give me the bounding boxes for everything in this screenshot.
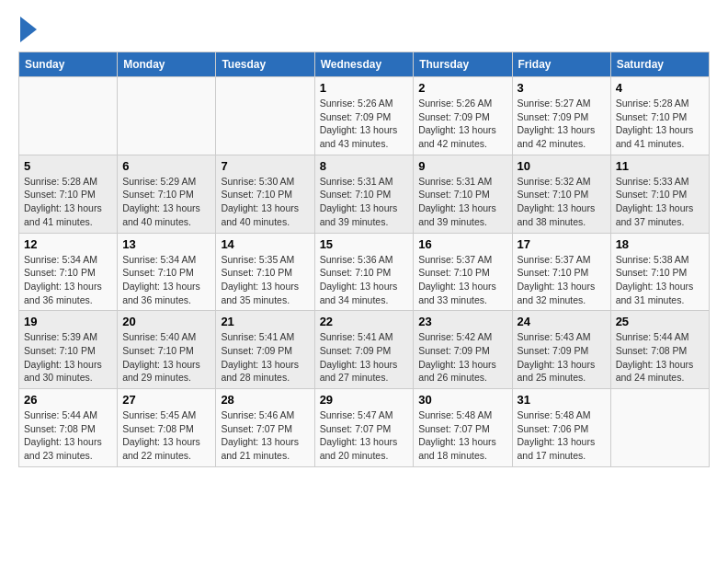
- calendar-day-cell: [610, 389, 709, 467]
- day-number: 16: [418, 237, 506, 251]
- day-info-text: Sunrise: 5:44 AM Sunset: 7:08 PM Dayligh…: [616, 330, 704, 385]
- day-number: 17: [518, 237, 606, 251]
- day-info-text: Sunrise: 5:45 AM Sunset: 7:08 PM Dayligh…: [122, 408, 210, 463]
- day-info-text: Sunrise: 5:47 AM Sunset: 7:07 PM Dayligh…: [320, 408, 409, 463]
- calendar-day-cell: 4Sunrise: 5:28 AM Sunset: 7:10 PM Daylig…: [610, 77, 709, 155]
- day-info-text: Sunrise: 5:28 AM Sunset: 7:10 PM Dayligh…: [616, 97, 704, 151]
- calendar-day-cell: 11Sunrise: 5:33 AM Sunset: 7:10 PM Dayli…: [610, 155, 709, 233]
- day-number: 27: [122, 393, 210, 407]
- day-number: 11: [616, 159, 704, 173]
- day-info-text: Sunrise: 5:29 AM Sunset: 7:10 PM Dayligh…: [122, 175, 210, 229]
- day-info-text: Sunrise: 5:33 AM Sunset: 7:10 PM Dayligh…: [616, 175, 704, 229]
- day-number: 12: [24, 237, 112, 251]
- day-info-text: Sunrise: 5:37 AM Sunset: 7:10 PM Dayligh…: [418, 253, 506, 307]
- day-info-text: Sunrise: 5:35 AM Sunset: 7:10 PM Dayligh…: [221, 253, 309, 307]
- logo: [18, 18, 37, 42]
- day-number: 18: [616, 237, 704, 251]
- day-info-text: Sunrise: 5:26 AM Sunset: 7:09 PM Dayligh…: [320, 97, 409, 151]
- day-of-week-header: Wednesday: [314, 52, 414, 77]
- day-info-text: Sunrise: 5:48 AM Sunset: 7:07 PM Dayligh…: [418, 408, 506, 463]
- calendar-header-row: SundayMondayTuesdayWednesdayThursdayFrid…: [19, 52, 710, 77]
- day-number: 23: [418, 315, 506, 328]
- day-number: 8: [320, 159, 409, 173]
- day-info-text: Sunrise: 5:41 AM Sunset: 7:09 PM Dayligh…: [320, 330, 409, 385]
- day-info-text: Sunrise: 5:48 AM Sunset: 7:06 PM Dayligh…: [518, 408, 606, 463]
- day-number: 24: [518, 315, 606, 328]
- calendar-day-cell: 2Sunrise: 5:26 AM Sunset: 7:09 PM Daylig…: [414, 77, 512, 155]
- day-of-week-header: Thursday: [414, 52, 512, 77]
- day-number: 21: [221, 315, 309, 328]
- day-number: 30: [418, 393, 506, 407]
- calendar-day-cell: 19Sunrise: 5:39 AM Sunset: 7:10 PM Dayli…: [19, 311, 118, 389]
- page-header: [18, 18, 710, 42]
- day-number: 10: [518, 159, 606, 173]
- day-info-text: Sunrise: 5:34 AM Sunset: 7:10 PM Dayligh…: [122, 253, 210, 307]
- calendar-day-cell: [216, 77, 314, 155]
- day-info-text: Sunrise: 5:26 AM Sunset: 7:09 PM Dayligh…: [418, 97, 506, 151]
- day-info-text: Sunrise: 5:28 AM Sunset: 7:10 PM Dayligh…: [24, 175, 112, 229]
- calendar-day-cell: 7Sunrise: 5:30 AM Sunset: 7:10 PM Daylig…: [216, 155, 314, 233]
- day-info-text: Sunrise: 5:44 AM Sunset: 7:08 PM Dayligh…: [24, 408, 112, 463]
- day-number: 9: [418, 159, 506, 173]
- day-number: 31: [518, 393, 606, 407]
- day-of-week-header: Tuesday: [216, 52, 314, 77]
- day-number: 2: [418, 81, 506, 95]
- calendar-day-cell: 20Sunrise: 5:40 AM Sunset: 7:10 PM Dayli…: [118, 311, 216, 389]
- day-number: 14: [221, 237, 309, 251]
- day-number: 29: [320, 393, 409, 407]
- calendar-day-cell: 13Sunrise: 5:34 AM Sunset: 7:10 PM Dayli…: [118, 233, 216, 311]
- day-of-week-header: Monday: [118, 52, 216, 77]
- day-number: 19: [24, 315, 112, 328]
- calendar-week-row: 5Sunrise: 5:28 AM Sunset: 7:10 PM Daylig…: [19, 155, 710, 233]
- day-number: 22: [320, 315, 409, 328]
- calendar-day-cell: [118, 77, 216, 155]
- day-number: 6: [122, 159, 210, 173]
- calendar-day-cell: 3Sunrise: 5:27 AM Sunset: 7:09 PM Daylig…: [512, 77, 610, 155]
- calendar-day-cell: 17Sunrise: 5:37 AM Sunset: 7:10 PM Dayli…: [512, 233, 610, 311]
- day-number: 15: [320, 237, 409, 251]
- calendar-day-cell: 1Sunrise: 5:26 AM Sunset: 7:09 PM Daylig…: [314, 77, 414, 155]
- calendar-day-cell: 5Sunrise: 5:28 AM Sunset: 7:10 PM Daylig…: [19, 155, 118, 233]
- calendar-day-cell: 31Sunrise: 5:48 AM Sunset: 7:06 PM Dayli…: [512, 389, 610, 467]
- calendar-day-cell: 23Sunrise: 5:42 AM Sunset: 7:09 PM Dayli…: [414, 311, 512, 389]
- calendar-day-cell: 6Sunrise: 5:29 AM Sunset: 7:10 PM Daylig…: [118, 155, 216, 233]
- day-info-text: Sunrise: 5:31 AM Sunset: 7:10 PM Dayligh…: [418, 175, 506, 229]
- calendar-day-cell: 18Sunrise: 5:38 AM Sunset: 7:10 PM Dayli…: [610, 233, 709, 311]
- day-number: 4: [616, 81, 704, 95]
- calendar-week-row: 19Sunrise: 5:39 AM Sunset: 7:10 PM Dayli…: [19, 311, 710, 389]
- day-number: 3: [518, 81, 606, 95]
- day-number: 1: [320, 81, 409, 95]
- calendar-day-cell: 27Sunrise: 5:45 AM Sunset: 7:08 PM Dayli…: [118, 389, 216, 467]
- day-of-week-header: Saturday: [610, 52, 709, 77]
- calendar-day-cell: 29Sunrise: 5:47 AM Sunset: 7:07 PM Dayli…: [314, 389, 414, 467]
- day-number: 7: [221, 159, 309, 173]
- calendar-day-cell: 25Sunrise: 5:44 AM Sunset: 7:08 PM Dayli…: [610, 311, 709, 389]
- calendar-day-cell: 30Sunrise: 5:48 AM Sunset: 7:07 PM Dayli…: [414, 389, 512, 467]
- calendar-day-cell: 10Sunrise: 5:32 AM Sunset: 7:10 PM Dayli…: [512, 155, 610, 233]
- day-info-text: Sunrise: 5:27 AM Sunset: 7:09 PM Dayligh…: [518, 97, 606, 151]
- day-info-text: Sunrise: 5:40 AM Sunset: 7:10 PM Dayligh…: [122, 330, 210, 385]
- day-info-text: Sunrise: 5:30 AM Sunset: 7:10 PM Dayligh…: [221, 175, 309, 229]
- calendar-day-cell: 26Sunrise: 5:44 AM Sunset: 7:08 PM Dayli…: [19, 389, 118, 467]
- day-number: 28: [221, 393, 309, 407]
- calendar-day-cell: 16Sunrise: 5:37 AM Sunset: 7:10 PM Dayli…: [414, 233, 512, 311]
- day-info-text: Sunrise: 5:37 AM Sunset: 7:10 PM Dayligh…: [518, 253, 606, 307]
- day-number: 20: [122, 315, 210, 328]
- calendar-day-cell: 15Sunrise: 5:36 AM Sunset: 7:10 PM Dayli…: [314, 233, 414, 311]
- logo-arrow-icon: [20, 17, 37, 42]
- calendar-day-cell: 14Sunrise: 5:35 AM Sunset: 7:10 PM Dayli…: [216, 233, 314, 311]
- calendar-day-cell: 12Sunrise: 5:34 AM Sunset: 7:10 PM Dayli…: [19, 233, 118, 311]
- calendar-table: SundayMondayTuesdayWednesdayThursdayFrid…: [18, 52, 710, 467]
- calendar-day-cell: 21Sunrise: 5:41 AM Sunset: 7:09 PM Dayli…: [216, 311, 314, 389]
- calendar-day-cell: 22Sunrise: 5:41 AM Sunset: 7:09 PM Dayli…: [314, 311, 414, 389]
- calendar-day-cell: [19, 77, 118, 155]
- day-info-text: Sunrise: 5:43 AM Sunset: 7:09 PM Dayligh…: [518, 330, 606, 385]
- day-number: 25: [616, 315, 704, 328]
- day-info-text: Sunrise: 5:46 AM Sunset: 7:07 PM Dayligh…: [221, 408, 309, 463]
- day-info-text: Sunrise: 5:39 AM Sunset: 7:10 PM Dayligh…: [24, 330, 112, 385]
- calendar-week-row: 1Sunrise: 5:26 AM Sunset: 7:09 PM Daylig…: [19, 77, 710, 155]
- day-number: 13: [122, 237, 210, 251]
- day-info-text: Sunrise: 5:36 AM Sunset: 7:10 PM Dayligh…: [320, 253, 409, 307]
- calendar-week-row: 12Sunrise: 5:34 AM Sunset: 7:10 PM Dayli…: [19, 233, 710, 311]
- day-number: 26: [24, 393, 112, 407]
